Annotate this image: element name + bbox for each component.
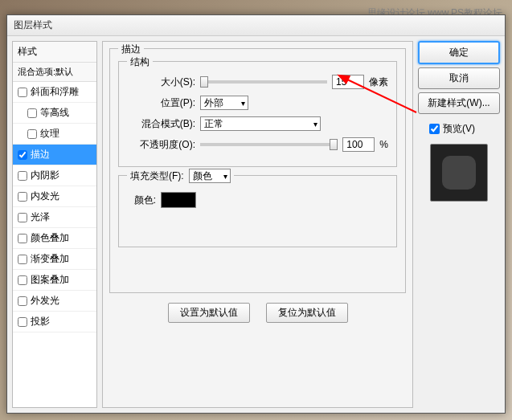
style-item-label: 渐变叠加 [31,252,69,266]
opacity-input[interactable] [342,137,375,152]
titlebar[interactable]: 图层样式 [7,15,505,36]
style-item-label: 投影 [31,315,50,328]
styles-panel: 样式 混合选项:默认 斜面和浮雕等高线纹理描边内阴影内发光光泽颜色叠加渐变叠加图… [12,41,97,408]
right-panel: 确定 取消 新建样式(W)... 预览(V) [418,41,500,408]
opacity-label: 不透明度(O): [127,138,195,152]
size-input[interactable] [332,75,364,89]
preview-inner [442,156,476,190]
position-row: 位置(P): 外部 [127,96,388,110]
color-label: 颜色: [127,194,156,207]
style-item-label: 等高线 [40,106,69,120]
main-group-title: 描边 [118,43,144,56]
new-style-button[interactable]: 新建样式(W)... [418,92,500,114]
styles-header[interactable]: 样式 [13,42,96,63]
style-item[interactable]: 内发光 [13,186,96,207]
slider-thumb[interactable] [200,76,208,88]
style-checkbox[interactable] [18,213,27,222]
fill-type-select[interactable]: 颜色 [189,169,231,183]
style-item[interactable]: 斜面和浮雕 [13,82,96,103]
style-checkbox[interactable] [18,150,27,160]
opacity-slider[interactable] [200,143,338,146]
blend-mode-row: 混合模式(B): 正常 [127,116,388,131]
style-checkbox[interactable] [18,317,27,327]
main-panel: 描边 结构 大小(S): 像素 位置(P): 外部 [102,41,413,408]
style-checkbox[interactable] [18,296,27,306]
style-checkbox[interactable] [27,108,37,118]
style-checkbox[interactable] [18,171,27,181]
size-slider[interactable] [200,80,327,84]
style-item-label: 外发光 [31,294,59,308]
layer-style-dialog: 图层样式 样式 混合选项:默认 斜面和浮雕等高线纹理描边内阴影内发光光泽颜色叠加… [6,14,506,414]
color-swatch[interactable] [161,192,196,208]
style-item-label: 图案叠加 [31,273,69,287]
style-item[interactable]: 描边 [13,145,96,165]
style-item-label: 颜色叠加 [31,231,69,245]
preview-checkbox[interactable] [429,124,440,134]
dialog-title: 图层样式 [14,18,52,32]
style-checkbox[interactable] [18,234,27,243]
reset-default-button[interactable]: 复位为默认值 [266,303,348,323]
style-item-label: 内阴影 [31,169,59,182]
style-checkbox[interactable] [18,192,27,202]
blend-mode-select[interactable]: 正常 [200,116,321,131]
structure-title: 结构 [127,55,153,69]
style-checkbox[interactable] [18,275,27,285]
style-item[interactable]: 颜色叠加 [13,228,96,249]
size-unit: 像素 [369,75,388,89]
size-label: 大小(S): [127,75,195,89]
style-item-label: 光泽 [31,210,50,224]
preview-box [430,144,488,202]
style-item[interactable]: 光泽 [13,207,96,228]
style-item[interactable]: 纹理 [13,124,96,145]
style-item-label: 描边 [31,148,50,161]
style-item[interactable]: 渐变叠加 [13,249,96,270]
style-item[interactable]: 等高线 [13,103,96,124]
style-item[interactable]: 投影 [13,312,96,332]
ok-button[interactable]: 确定 [418,41,500,64]
style-item-label: 斜面和浮雕 [31,85,79,99]
preview-label: 预览(V) [443,122,475,136]
style-checkbox[interactable] [18,88,27,97]
style-checkbox[interactable] [18,255,27,264]
blend-options[interactable]: 混合选项:默认 [13,63,96,82]
fill-type-label: 填充类型(F): [130,169,184,183]
style-item[interactable]: 外发光 [13,291,96,312]
preview-checkbox-row: 预览(V) [429,122,500,136]
cancel-button[interactable]: 取消 [418,67,500,89]
style-item-label: 纹理 [40,127,59,141]
style-item[interactable]: 图案叠加 [13,270,96,291]
slider-thumb[interactable] [330,139,338,150]
opacity-unit: % [379,139,388,150]
position-select[interactable]: 外部 [200,96,248,110]
default-buttons: 设置为默认值 复位为默认值 [109,303,406,323]
dialog-body: 样式 混合选项:默认 斜面和浮雕等高线纹理描边内阴影内发光光泽颜色叠加渐变叠加图… [7,36,505,413]
blend-mode-label: 混合模式(B): [127,117,195,131]
style-item-label: 内发光 [31,190,59,203]
position-label: 位置(P): [127,96,195,110]
style-checkbox[interactable] [27,129,37,139]
size-row: 大小(S): 像素 [127,75,388,89]
style-item[interactable]: 内阴影 [13,165,96,186]
set-default-button[interactable]: 设置为默认值 [168,303,250,323]
opacity-row: 不透明度(O): % [127,137,388,152]
